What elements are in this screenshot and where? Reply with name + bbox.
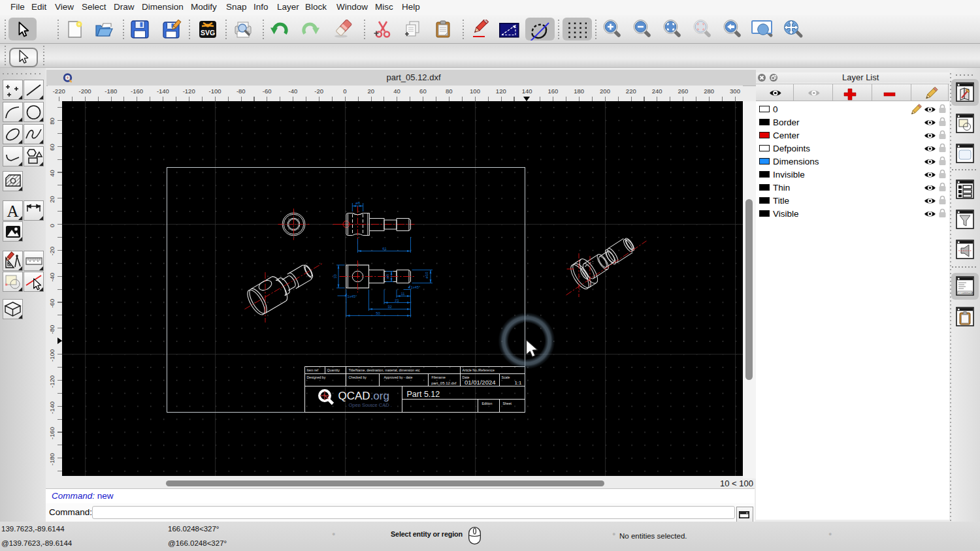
svg-text:ø10: ø10 xyxy=(425,272,429,279)
svg-text:Checked by: Checked by xyxy=(349,375,367,379)
svg-text:SVG: SVG xyxy=(201,29,215,37)
svg-text:Sheet: Sheet xyxy=(503,401,512,405)
svg-text:21: 21 xyxy=(395,298,399,302)
svg-text:Title/Name, destination, mater: Title/Name, destination, material, dimen… xyxy=(349,368,420,372)
svg-text:Article No./Reference: Article No./Reference xyxy=(463,368,495,372)
svg-text:1x45°: 1x45° xyxy=(348,294,357,298)
svg-text:32: 32 xyxy=(387,305,392,309)
svg-text:10: 10 xyxy=(333,274,337,279)
svg-text:61: 61 xyxy=(382,247,387,251)
svg-text:Open Source CAD .: Open Source CAD . xyxy=(349,402,392,408)
svg-text:Part 5.12: Part 5.12 xyxy=(407,390,440,399)
svg-text:ø6: ø6 xyxy=(385,274,389,279)
svg-text:> command: > command xyxy=(959,291,973,294)
svg-text:QCAD.org: QCAD.org xyxy=(338,390,389,402)
svg-text:1:1: 1:1 xyxy=(514,380,522,386)
svg-text:part_05.12.dxf: part_05.12.dxf xyxy=(431,381,457,385)
svg-text:Item ref: Item ref xyxy=(307,368,319,372)
svg-text:Approved by - date: Approved by - date xyxy=(384,375,413,379)
svg-text:01/01/2024: 01/01/2024 xyxy=(465,379,496,386)
svg-text:Quantity: Quantity xyxy=(327,368,340,372)
svg-text:1x45°: 1x45° xyxy=(411,285,421,289)
svg-text:50: 50 xyxy=(376,311,380,315)
svg-text:Edition: Edition xyxy=(482,401,493,405)
svg-text:A: A xyxy=(7,202,18,220)
svg-text:Scale: Scale xyxy=(502,375,510,379)
svg-text:Designed by: Designed by xyxy=(307,375,326,379)
svg-text:11: 11 xyxy=(400,292,405,296)
svg-text:Filename: Filename xyxy=(432,375,446,379)
svg-text:ø8: ø8 xyxy=(355,201,361,205)
